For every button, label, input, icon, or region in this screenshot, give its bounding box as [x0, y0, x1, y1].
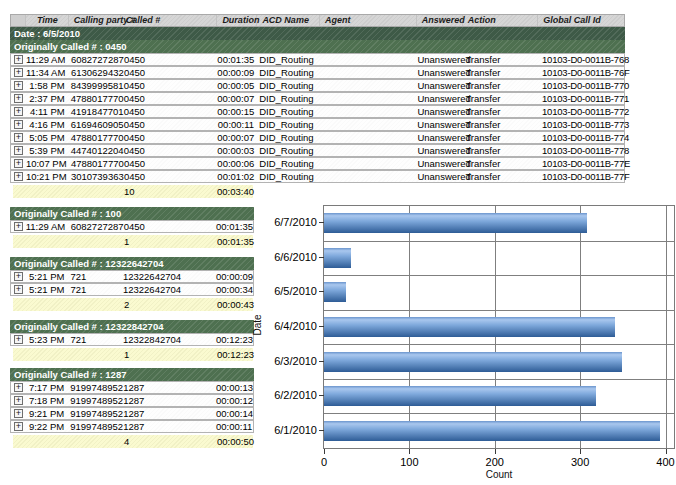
cell-global_id: 10103-D0-0011B-771 — [538, 93, 624, 104]
cell-action: Transfer — [462, 158, 538, 169]
cell-acd: DID_Routing — [257, 80, 320, 91]
table-row: +4:11 PM4191847701045000:00:15DID_Routin… — [10, 105, 625, 118]
expand-button[interactable]: + — [11, 132, 26, 143]
expand-button[interactable]: + — [11, 67, 26, 78]
expand-button[interactable]: + — [11, 93, 26, 104]
cell-time: 2:37 PM — [26, 93, 69, 104]
expand-button[interactable]: + — [11, 119, 26, 130]
group-band: Originally Called # : 12322842704 — [10, 320, 254, 333]
grid-line-h — [324, 379, 674, 380]
expand-button[interactable]: + — [11, 382, 26, 393]
cell-agent — [320, 80, 417, 91]
cell-time: 11:29 AM — [26, 221, 69, 232]
cell-called: 0450 — [121, 119, 218, 130]
cell-acd: DID_Routing — [257, 119, 320, 130]
chart-bar — [324, 317, 615, 337]
cell-time: 4:16 PM — [26, 119, 69, 130]
x-tick-label: 200 — [486, 456, 504, 468]
cell-action: Transfer — [462, 106, 538, 117]
expand-button[interactable]: + — [11, 221, 26, 232]
expand-icon: + — [14, 422, 23, 431]
expand-icon: + — [14, 146, 23, 155]
cell-duration: 00:00:07 — [217, 132, 257, 143]
header-cell-called: Called # — [121, 15, 218, 26]
cell-calling: 8439999581 — [69, 80, 121, 91]
cell-global_id: 10103-D0-0011B-772 — [538, 106, 624, 117]
table-row: +4:16 PM6169460905045000:00:11DID_Routin… — [10, 118, 625, 131]
cell-time: 11:34 AM — [26, 67, 69, 78]
grid-line-v — [666, 206, 667, 448]
cell-agent — [320, 54, 416, 65]
table-row: +1:58 PM8439999581045000:00:05DID_Routin… — [10, 79, 625, 92]
table-row: +5:21 PM7211232264270400:00:09 — [10, 270, 254, 283]
table-row: +7:18 PM9199748952128700:00:12 — [10, 394, 254, 407]
expand-icon: + — [14, 120, 23, 129]
expand-button[interactable]: + — [11, 54, 26, 65]
cell-time: 5:23 PM — [26, 334, 69, 345]
cell-agent — [320, 67, 416, 78]
expand-button[interactable]: + — [11, 421, 26, 432]
x-tick-mark — [580, 449, 581, 454]
cell-calling: 9199748952 — [68, 395, 120, 406]
expand-icon: + — [14, 222, 23, 231]
header-cell-acd: ACD Name — [257, 15, 320, 26]
chart-bar — [324, 352, 622, 372]
cell-called: 12322642704 — [120, 271, 216, 282]
cell-duration: 00:01:02 — [217, 171, 257, 182]
cell-duration: 00:00:07 — [217, 93, 257, 104]
expand-button[interactable]: + — [11, 158, 26, 169]
cell-duration: 00:01:35 — [217, 54, 257, 65]
expand-button[interactable]: + — [11, 106, 26, 117]
header-cell-agent: Agent — [320, 15, 417, 26]
header-cell-action: Action — [463, 15, 539, 26]
cell-action: Transfer — [462, 54, 538, 65]
expand-button[interactable]: + — [11, 145, 26, 156]
grid-line-h — [324, 275, 674, 276]
table-row: +10:07 PM4788017770045000:00:06DID_Routi… — [10, 157, 625, 170]
expand-button[interactable]: + — [11, 284, 26, 295]
cell-time: 5:39 PM — [26, 145, 69, 156]
cell-answered: Unanswered — [416, 171, 462, 182]
y-tick-label: 6/7/2010 — [261, 216, 317, 228]
cell-acd: DID_Routing — [257, 67, 320, 78]
cell-called: 0450 — [121, 221, 216, 232]
summary-row: 1000:03:40 — [13, 185, 253, 198]
cell-agent — [320, 158, 416, 169]
expand-button[interactable]: + — [11, 80, 26, 91]
group-band: Originally Called # : 1287 — [10, 368, 254, 381]
cell-acd: DID_Routing — [257, 145, 320, 156]
y-tick-label: 6/3/2010 — [261, 355, 317, 367]
cell-calling: 4788017770 — [69, 158, 121, 169]
expand-button[interactable]: + — [11, 395, 26, 406]
table-header: TimeCalling party #Called #DurationACD N… — [10, 14, 625, 27]
cell-calling: 9199748952 — [68, 421, 120, 432]
expand-button[interactable]: + — [11, 408, 26, 419]
table-row: +2:37 PM4788017770045000:00:07DID_Routin… — [10, 92, 625, 105]
cell-answered: Unanswered — [416, 145, 462, 156]
summary-spacer — [13, 435, 120, 448]
x-tick-label: 100 — [400, 456, 418, 468]
expand-button[interactable]: + — [11, 271, 26, 282]
cell-duration: 00:00:06 — [217, 158, 257, 169]
cell-agent — [320, 171, 416, 182]
cell-time: 10:07 PM — [26, 158, 69, 169]
table-row: +7:17 PM9199748952128700:00:13 — [10, 381, 254, 394]
bar-chart: Date 01002003004006/7/20106/6/20106/5/20… — [245, 197, 675, 485]
cell-calling: 4788017770 — [69, 132, 121, 143]
cell-answered: Unanswered — [416, 80, 462, 91]
cell-action: Transfer — [462, 132, 538, 143]
expand-button[interactable]: + — [11, 334, 26, 345]
chart-bar — [324, 282, 346, 302]
cell-acd: DID_Routing — [257, 158, 320, 169]
cell-calling: 6169460905 — [69, 119, 121, 130]
table-row: +5:05 PM4788017770045000:00:07DID_Routin… — [10, 131, 625, 144]
expand-button[interactable]: + — [11, 171, 26, 182]
grid-line-h — [324, 310, 674, 311]
expand-icon: + — [14, 133, 23, 142]
table-row: +11:29 AM6082727287045000:01:35 — [10, 220, 254, 233]
cell-action: Transfer — [462, 93, 538, 104]
cell-global_id: 10103-D0-0011B-77F — [538, 171, 624, 182]
cell-duration: 00:00:05 — [217, 80, 257, 91]
chart-bar — [324, 386, 596, 406]
cell-calling: 9199748952 — [68, 408, 120, 419]
